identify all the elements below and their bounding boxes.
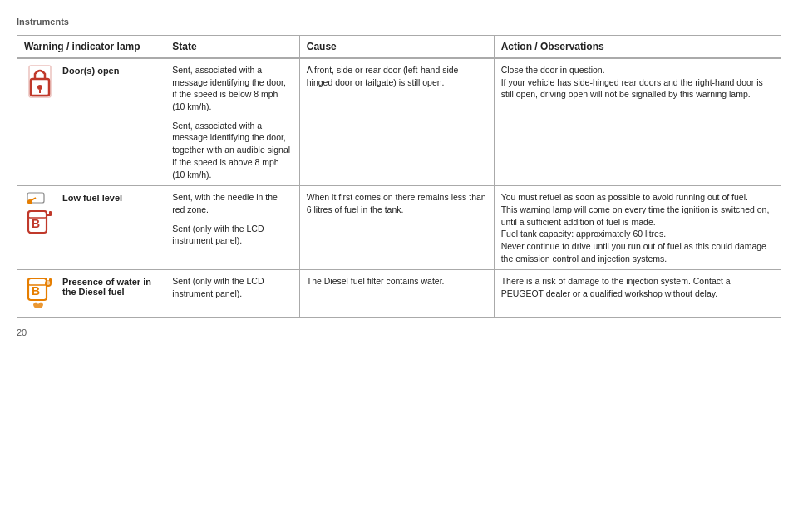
main-table: Warning / indicator lamp State Cause Act… [17, 35, 781, 318]
fuel-cause: When it first comes on there remains les… [307, 191, 487, 215]
door-warning-label: Door(s) open [62, 64, 119, 76]
table-row: B Low fuel level Sent, with the needle i… [17, 186, 781, 270]
svg-text:B: B [32, 217, 40, 230]
fuel-warning-label: Low fuel level [62, 191, 122, 203]
col-header-action: Action / Observations [494, 36, 781, 59]
fuel-state-1: Sent, with the needle in the red zone. [172, 191, 293, 215]
door-state-1: Sent, associated with a message identify… [172, 64, 293, 113]
page-number: 20 [17, 328, 781, 337]
water-action: There is a risk of damage to the injecti… [501, 275, 774, 299]
fuel-icon: B [24, 191, 56, 236]
svg-point-1 [37, 85, 42, 90]
col-header-state: State [165, 36, 300, 59]
col-header-warning: Warning / indicator lamp [17, 36, 165, 59]
col-header-cause: Cause [299, 36, 494, 59]
water-diesel-icon: B [24, 275, 56, 312]
water-warning-label: Presence of water in the Diesel fuel [62, 275, 158, 297]
svg-text:B: B [32, 284, 40, 298]
water-state-1: Sent (only with the LCD instrument panel… [172, 275, 293, 299]
table-row: Door(s) open Sent, associated with a mes… [17, 58, 781, 186]
door-state-2: Sent, associated with a message identify… [172, 120, 293, 180]
door-cause: A front, side or rear door (left-hand si… [307, 64, 487, 88]
svg-point-6 [27, 200, 32, 204]
door-icon [24, 64, 56, 106]
water-cause: The Diesel fuel filter contains water. [307, 275, 487, 288]
fuel-action: You must refuel as soon as possible to a… [501, 191, 774, 264]
table-row: B Presence of water in the Diesel fuel [17, 270, 781, 318]
fuel-state-2: Sent (only with the LCD instrument panel… [172, 223, 293, 247]
svg-rect-11 [49, 211, 52, 216]
page-header: Instruments [17, 17, 781, 27]
door-action: Close the door in question.If your vehic… [501, 64, 774, 101]
